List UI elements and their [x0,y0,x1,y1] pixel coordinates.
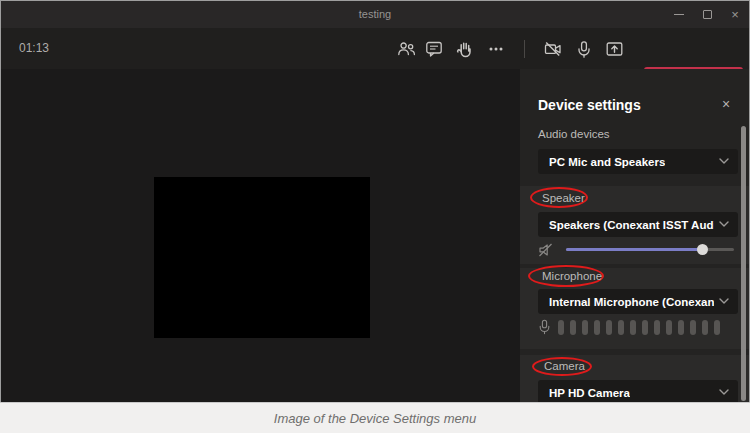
panel-close-button[interactable]: × [717,95,735,113]
mic-level-bar [642,320,648,335]
mic-level-bar [558,320,564,335]
window-close-button[interactable]: × [721,1,749,28]
mic-level-bar [618,320,624,335]
chat-button[interactable] [423,38,445,60]
more-icon [487,40,505,58]
mic-level-bar [594,320,600,335]
microphone-icon [576,40,592,59]
window-title: testing [1,1,749,28]
camera-toggle-button[interactable] [542,38,564,60]
microphone-label: Microphone [542,270,602,282]
panel-scrollbar[interactable] [741,126,746,401]
video-feed [154,177,370,338]
audio-devices-label: Audio devices [538,128,610,140]
raised-hand-icon [456,40,474,59]
mic-level-bar [666,320,672,335]
camera-off-icon [543,40,563,58]
camera-label: Camera [544,360,585,372]
participants-button[interactable] [395,38,417,60]
chevron-down-icon [719,158,729,164]
share-screen-button[interactable] [603,38,625,60]
speaker-value: Speakers (Conexant ISST Audio) [549,219,714,231]
meeting-timer: 01:13 [19,28,49,69]
participants-icon [397,40,416,58]
maximize-button[interactable] [693,1,721,28]
camera-value: HP HD Camera [549,387,630,399]
chevron-down-icon [719,389,729,395]
mic-level-bar [714,320,720,335]
audio-devices-dropdown[interactable]: PC Mic and Speakers [538,149,738,174]
mic-level-bar [606,320,612,335]
speaker-volume-slider[interactable] [566,248,734,251]
minimize-icon [674,14,684,15]
image-caption: Image of the Device Settings menu [274,411,476,426]
minimize-button[interactable] [665,1,693,28]
toolbar-divider [524,40,525,58]
device-settings-panel: Device settings × Audio devices PC Mic a… [520,69,749,402]
speaker-section: Speaker Speakers (Conexant ISST Audio) [520,186,749,264]
mic-level-bars [558,320,720,335]
microphone-section: Microphone Internal Microphone (Conexant… [520,268,749,349]
mic-level-bar [702,320,708,335]
speaker-volume-row [538,241,734,259]
mic-level-bar [630,320,636,335]
teams-meeting-window: testing × 01:13 [0,0,750,402]
chat-icon [425,40,443,58]
microphone-dropdown[interactable]: Internal Microphone (Conexant I... [538,289,738,314]
chevron-down-icon [719,221,729,227]
camera-dropdown[interactable]: HP HD Camera [538,380,738,402]
camera-section: Camera HP HD Camera [520,355,749,402]
mic-level-bar [690,320,696,335]
mic-level-bar [570,320,576,335]
speaker-muted-icon [538,242,554,262]
speaker-volume-thumb[interactable] [697,244,708,255]
panel-title: Device settings [538,97,641,113]
speaker-volume-fill [566,248,702,251]
meeting-toolbar: 01:13 [1,28,749,69]
speaker-label: Speaker [542,192,585,204]
mic-toggle-button[interactable] [573,38,595,60]
mic-level-row [538,318,734,336]
microphone-value: Internal Microphone (Conexant I... [549,296,714,308]
speaker-dropdown[interactable]: Speakers (Conexant ISST Audio) [538,212,738,237]
more-actions-button[interactable] [485,38,507,60]
chevron-down-icon [719,298,729,304]
share-icon [605,40,624,58]
mic-level-bar [582,320,588,335]
mic-level-bar [654,320,660,335]
mic-level-icon [538,319,551,335]
mic-level-bar [678,320,684,335]
raise-hand-button[interactable] [454,38,476,60]
audio-devices-value: PC Mic and Speakers [549,156,665,168]
title-bar: testing × [1,1,749,28]
caption-area: Image of the Device Settings menu [0,402,750,433]
maximize-icon [703,10,712,19]
